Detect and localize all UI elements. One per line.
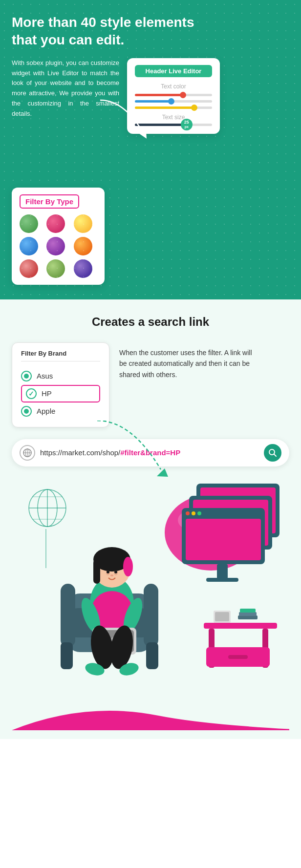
svg-marker-0	[157, 468, 168, 477]
svg-point-49	[186, 511, 190, 515]
svg-rect-61	[215, 612, 229, 621]
filter-type-title: Filter By Type	[20, 194, 79, 209]
pink-curve-bottom	[12, 691, 289, 730]
section2: Creates a search link Filter By Brand As…	[0, 299, 301, 739]
section2-description: When the customer uses the filter. A lin…	[119, 342, 256, 380]
color-ball-red[interactable]	[20, 259, 38, 278]
filter-brand-card: Filter By Brand Asus ✓ HP	[12, 342, 109, 427]
slider-thumb-red[interactable]	[180, 92, 186, 98]
brand-label-apple: Apple	[37, 407, 55, 415]
svg-rect-22	[146, 642, 158, 669]
color-ball-green[interactable]	[20, 214, 38, 233]
filter-brand-area: Filter By Brand Asus ✓ HP	[12, 342, 289, 427]
search-icon[interactable]	[264, 444, 281, 462]
section1: More than 40 style elements that you can…	[0, 0, 301, 299]
color-ball-lime[interactable]	[46, 259, 65, 278]
live-editor-header: Header Live Editor	[135, 65, 212, 77]
brand-label-asus: Asus	[37, 372, 53, 380]
svg-point-33	[114, 571, 117, 573]
radio-apple[interactable]	[21, 406, 32, 417]
arrow-decoration	[95, 95, 154, 139]
svg-rect-59	[228, 655, 248, 659]
dashed-arrow	[83, 421, 171, 484]
text-color-label: Text color	[135, 83, 212, 90]
globe-icon	[20, 445, 35, 461]
color-ball-orange[interactable]	[74, 237, 92, 255]
illustration-area	[12, 476, 289, 730]
radio-inner-asus	[24, 374, 29, 379]
monitor-stack	[177, 476, 289, 598]
svg-point-32	[107, 571, 109, 573]
brand-label-hp: HP	[42, 389, 52, 398]
svg-rect-28	[93, 559, 100, 584]
color-grid	[20, 214, 97, 278]
check-hp[interactable]: ✓	[26, 388, 37, 399]
color-ball-blue[interactable]	[20, 237, 38, 255]
slider-thumb-yellow[interactable]	[191, 105, 197, 111]
checkmark-hp: ✓	[28, 390, 34, 398]
globe-svg	[23, 448, 32, 457]
section2-content: Filter By Brand Asus ✓ HP	[12, 342, 289, 427]
svg-point-50	[192, 511, 195, 515]
side-table	[199, 593, 282, 691]
svg-point-29	[123, 557, 133, 576]
color-ball-purple[interactable]	[46, 237, 65, 255]
svg-rect-62	[238, 615, 258, 619]
globe-wire-line	[45, 529, 47, 568]
filter-brand-title: Filter By Brand	[21, 350, 100, 361]
size-badge: 25 px	[181, 119, 193, 130]
brand-item-hp[interactable]: ✓ HP	[21, 385, 100, 402]
radio-asus[interactable]	[21, 371, 32, 381]
svg-rect-64	[240, 609, 256, 613]
section1-title: More than 40 style elements that you can…	[12, 14, 197, 49]
svg-rect-52	[186, 519, 261, 560]
svg-point-51	[197, 511, 201, 515]
slider-thumb-blue[interactable]	[168, 98, 174, 105]
svg-rect-53	[217, 564, 228, 579]
color-ball-pink[interactable]	[46, 214, 65, 233]
svg-rect-63	[239, 612, 257, 616]
svg-rect-21	[61, 642, 73, 669]
brand-item-apple[interactable]: Apple	[21, 402, 100, 420]
person-illustration	[56, 496, 173, 681]
svg-point-34	[110, 574, 113, 576]
svg-line-6	[274, 454, 277, 456]
filter-type-card: Filter By Type	[12, 188, 105, 285]
color-ball-yellow[interactable]	[74, 214, 92, 233]
svg-rect-55	[204, 623, 277, 629]
radio-inner-apple	[24, 409, 29, 414]
search-svg	[268, 448, 277, 457]
color-ball-violet[interactable]	[74, 259, 92, 278]
brand-item-asus[interactable]: Asus	[21, 367, 100, 385]
section2-title: Creates a search link	[12, 315, 289, 329]
svg-rect-54	[206, 578, 238, 582]
